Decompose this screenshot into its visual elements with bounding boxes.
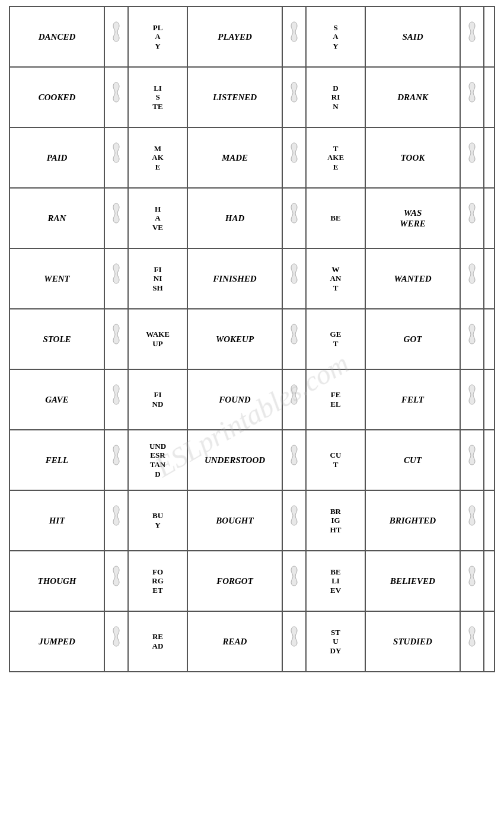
- puzzle-cell-9-1: FO RG ET: [129, 551, 188, 611]
- puzzle-cell-3-1: H A VE: [129, 189, 188, 248]
- puzzle-cell-7-2: CU T: [307, 430, 366, 490]
- word-cell-4-1: WENT: [10, 249, 105, 308]
- connector-9-1: [105, 551, 129, 611]
- connector-7-3: [461, 430, 484, 490]
- connector-10-2: [283, 612, 307, 671]
- word-cell-0-2: PLAYED: [188, 7, 283, 66]
- puzzle-row-7: FELL UND ESR TAN DUNDERSTOOD CU TCUT HI …: [10, 430, 494, 491]
- puzzle-row-6: GAVE FI NDFOUND FE ELFELT FA LL: [10, 370, 494, 430]
- puzzle-grid: DANCED PL A YPLAYED S A YSAID C O OCOOKE…: [9, 6, 495, 672]
- word-cell-4-2: FINISHED: [188, 249, 283, 308]
- connector-8-3: [461, 491, 484, 550]
- connector-6-3: [461, 370, 484, 429]
- connector-5-1: [105, 309, 129, 369]
- puzzle-cell-8-3: TH IN K: [484, 491, 504, 550]
- puzzle-row-3: RAN H A VEHAD BEWAS WERE G O: [10, 189, 494, 249]
- puzzle-row-4: WENT FI NI SHFINISHED W AN TWANTED ST EE…: [10, 249, 494, 309]
- puzzle-cell-7-3: HI T: [484, 430, 504, 490]
- puzzle-cell-6-1: FI ND: [129, 370, 188, 429]
- word-cell-6-2: FOUND: [188, 370, 283, 429]
- word-cell-10-1: JUMPED: [10, 612, 105, 671]
- word-cell-0-1: DANCED: [10, 7, 105, 66]
- word-cell-5-2: WOKEUP: [188, 309, 283, 369]
- word-cell-7-2: UNDERSTOOD: [188, 430, 283, 490]
- connector-3-1: [105, 189, 129, 248]
- puzzle-cell-4-1: FI NI SH: [129, 249, 188, 308]
- word-cell-2-2: MADE: [188, 128, 283, 187]
- connector-8-2: [283, 491, 307, 550]
- connector-9-2: [283, 551, 307, 611]
- puzzle-row-0: DANCED PL A YPLAYED S A YSAID C O O: [10, 7, 494, 68]
- connector-2-3: [461, 128, 484, 187]
- puzzle-cell-3-3: G O: [484, 189, 504, 248]
- puzzle-cell-6-3: FA LL: [484, 370, 504, 429]
- word-cell-10-2: READ: [188, 612, 283, 671]
- puzzle-cell-2-1: M AK E: [129, 128, 188, 187]
- connector-10-3: [461, 612, 484, 671]
- puzzle-row-9: THOUGH FO RG ETFORGOT BE LI EVBELIEVED J…: [10, 551, 494, 612]
- word-cell-2-3: TOOK: [366, 128, 461, 187]
- puzzle-cell-0-2: S A Y: [307, 7, 366, 66]
- connector-0-3: [461, 7, 484, 66]
- puzzle-cell-1-2: D RI N: [307, 68, 366, 127]
- puzzle-cell-10-3: DA NC E: [484, 612, 504, 671]
- connector-10-1: [105, 612, 129, 671]
- puzzle-cell-6-2: FE EL: [307, 370, 366, 429]
- connector-1-1: [105, 68, 129, 127]
- connector-5-3: [461, 309, 484, 369]
- puzzle-cell-4-2: W AN T: [307, 249, 366, 308]
- word-cell-6-1: GAVE: [10, 370, 105, 429]
- connector-5-2: [283, 309, 307, 369]
- word-cell-8-2: BOUGHT: [188, 491, 283, 550]
- puzzle-cell-9-3: JU MP: [484, 551, 504, 611]
- connector-7-1: [105, 430, 129, 490]
- word-cell-4-3: WANTED: [366, 249, 461, 308]
- word-cell-3-3: WAS WERE: [366, 189, 461, 248]
- word-cell-7-1: FELL: [10, 430, 105, 490]
- connector-4-1: [105, 249, 129, 308]
- puzzle-row-1: COOKED LI S TELISTENED D RI NDRANK PA Y: [10, 68, 494, 128]
- word-cell-0-3: SAID: [366, 7, 461, 66]
- connector-2-2: [283, 128, 307, 187]
- word-cell-3-1: RAN: [10, 189, 105, 248]
- word-cell-5-3: GOT: [366, 309, 461, 369]
- puzzle-row-10: JUMPED RE ADREAD ST U DYSTUDIED DA NC E: [10, 612, 494, 671]
- puzzle-cell-5-2: GE T: [307, 309, 366, 369]
- puzzle-row-5: STOLE WAKE UPWOKEUP GE TGOT GI VE: [10, 309, 494, 370]
- puzzle-row-2: PAID M AK EMADE T AKE ETOOK R U N: [10, 128, 494, 189]
- word-cell-8-3: BRIGHTED: [366, 491, 461, 550]
- puzzle-cell-1-1: LI S TE: [129, 68, 188, 127]
- puzzle-cell-0-1: PL A Y: [129, 7, 188, 66]
- puzzle-cell-5-3: GI VE: [484, 309, 504, 369]
- puzzle-cell-2-2: T AKE E: [307, 128, 366, 187]
- connector-7-2: [283, 430, 307, 490]
- connector-4-3: [461, 249, 484, 308]
- word-cell-9-1: THOUGH: [10, 551, 105, 611]
- puzzle-cell-5-1: WAKE UP: [129, 309, 188, 369]
- word-cell-6-3: FELT: [366, 370, 461, 429]
- puzzle-cell-7-1: UND ESR TAN D: [129, 430, 188, 490]
- puzzle-cell-1-3: PA Y: [484, 68, 504, 127]
- connector-4-2: [283, 249, 307, 308]
- connector-0-1: [105, 7, 129, 66]
- puzzle-cell-0-3: C O O: [484, 7, 504, 66]
- word-cell-9-3: BELIEVED: [366, 551, 461, 611]
- connector-8-1: [105, 491, 129, 550]
- connector-1-2: [283, 68, 307, 127]
- puzzle-row-8: HIT BU YBOUGHT BR IG HTBRIGHTED TH IN K: [10, 491, 494, 551]
- word-cell-1-3: DRANK: [366, 68, 461, 127]
- word-cell-9-2: FORGOT: [188, 551, 283, 611]
- puzzle-cell-2-3: R U N: [484, 128, 504, 187]
- puzzle-cell-3-2: BE: [307, 189, 366, 248]
- word-cell-1-1: COOKED: [10, 68, 105, 127]
- puzzle-cell-10-1: RE AD: [129, 612, 188, 671]
- word-cell-1-2: LISTENED: [188, 68, 283, 127]
- word-cell-10-3: STUDIED: [366, 612, 461, 671]
- word-cell-8-1: HIT: [10, 491, 105, 550]
- connector-6-2: [283, 370, 307, 429]
- puzzle-cell-8-2: BR IG HT: [307, 491, 366, 550]
- connector-2-1: [105, 128, 129, 187]
- connector-0-2: [283, 7, 307, 66]
- word-cell-5-1: STOLE: [10, 309, 105, 369]
- word-cell-2-1: PAID: [10, 128, 105, 187]
